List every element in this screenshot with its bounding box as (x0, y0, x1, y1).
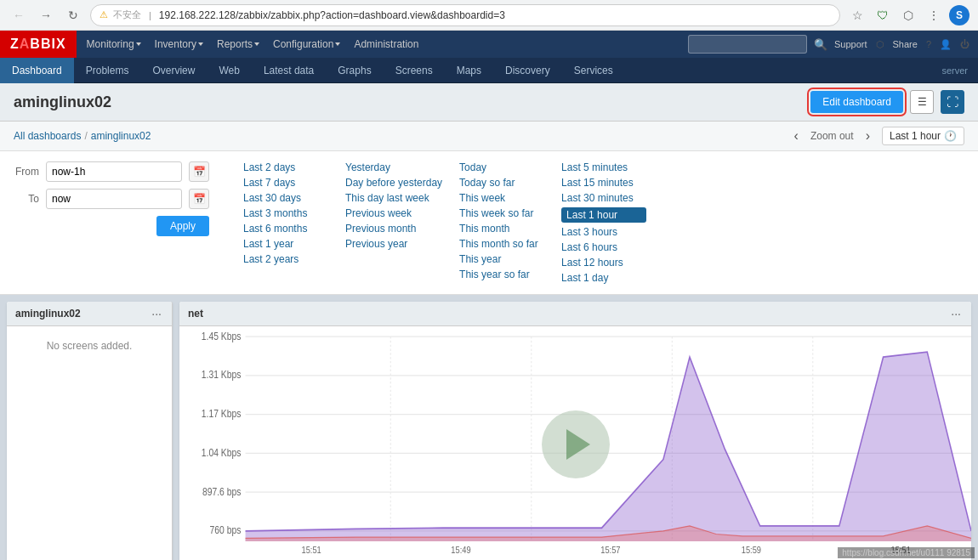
zoom-out-label: Zoom out (810, 130, 854, 142)
clock-icon[interactable]: 🕐 (944, 130, 957, 142)
svg-text:15:51: 15:51 (302, 546, 322, 556)
breadcrumb-all-dashboards[interactable]: All dashboards (14, 130, 81, 142)
page-title: aminglinux02 (14, 93, 810, 111)
quick-last-5-min[interactable]: Last 5 minutes (561, 161, 646, 173)
nav-discovery[interactable]: Discovery (493, 58, 562, 83)
nav-inventory[interactable]: Inventory (145, 31, 207, 58)
nav-screens[interactable]: Screens (384, 58, 445, 83)
search-icon[interactable]: 🔍 (814, 38, 827, 51)
bookmark-button[interactable]: ☆ (847, 5, 867, 25)
quick-last-1-day[interactable]: Last 1 day (561, 272, 646, 284)
svg-text:15:59: 15:59 (742, 546, 762, 556)
quick-day-before-yesterday[interactable]: Day before yesterday (345, 177, 442, 189)
quick-last-1-year[interactable]: Last 1 year (243, 238, 328, 250)
from-field: From 📅 (14, 161, 209, 182)
quick-this-day-last-week[interactable]: This day last week (345, 192, 442, 204)
sidebar-widget: aminglinux02 ··· No screens added. (7, 302, 173, 560)
quick-yesterday[interactable]: Yesterday (345, 161, 442, 173)
quick-last-3-hours[interactable]: Last 3 hours (561, 226, 646, 238)
zoom-controls: ‹ Zoom out › Last 1 hour 🕐 (789, 127, 964, 145)
time-display: Last 1 hour 🕐 (882, 127, 964, 145)
time-display-text: Last 1 hour (890, 130, 941, 142)
quick-today[interactable]: Today (459, 161, 544, 173)
quick-this-month-so-far[interactable]: This month so far (459, 238, 544, 250)
quick-last-2-years[interactable]: Last 2 years (243, 253, 328, 265)
svg-text:15:49: 15:49 (451, 546, 471, 556)
nav-latest-data[interactable]: Latest data (252, 58, 326, 83)
quick-this-month[interactable]: This month (459, 223, 544, 235)
nav-administration[interactable]: Administration (344, 31, 429, 58)
quick-select-col-4: Last 5 minutes Last 15 minutes Last 30 m… (561, 161, 646, 284)
quick-select-col-3: Today Today so far This week This week s… (459, 161, 544, 284)
url-text: 192.168.222.128/zabbix/zabbix.php?action… (159, 9, 505, 21)
widget-menu-button[interactable]: ··· (150, 307, 163, 320)
quick-last-7-days[interactable]: Last 7 days (243, 177, 328, 189)
play-button[interactable] (542, 410, 610, 478)
topbar-nav: Monitoring Inventory Reports Configurati… (77, 31, 429, 58)
zoom-next-button[interactable]: › (861, 127, 875, 145)
quick-last-3-months[interactable]: Last 3 months (243, 207, 328, 219)
nav-monitoring[interactable]: Monitoring (77, 31, 145, 58)
quick-today-so-far[interactable]: Today so far (459, 177, 544, 189)
apply-button[interactable]: Apply (156, 216, 209, 236)
svg-text:1.31 Kbps: 1.31 Kbps (202, 370, 242, 381)
nav-reports[interactable]: Reports (207, 31, 263, 58)
nav-problems[interactable]: Problems (74, 58, 141, 83)
quick-this-year[interactable]: This year (459, 253, 544, 265)
to-input[interactable] (46, 189, 182, 209)
forward-button[interactable]: → (36, 5, 56, 25)
more-button[interactable]: ⋮ (924, 5, 944, 25)
fullscreen-button[interactable]: ⛶ (941, 90, 964, 114)
chart-title: net (188, 308, 949, 320)
breadcrumb-current[interactable]: aminglinux02 (91, 130, 151, 142)
to-calendar-button[interactable]: 📅 (189, 189, 209, 209)
security-icon: ⚠ (100, 9, 108, 20)
url-bar[interactable]: ⚠ 不安全 | 192.168.222.128/zabbix/zabbix.ph… (90, 4, 840, 26)
widget-empty-label: No screens added. (47, 340, 133, 352)
nav-maps[interactable]: Maps (445, 58, 493, 83)
nav-web[interactable]: Web (207, 58, 251, 83)
nav-services[interactable]: Services (562, 58, 625, 83)
quick-last-6-hours[interactable]: Last 6 hours (561, 241, 646, 253)
topbar-search[interactable] (688, 35, 807, 54)
quick-this-week[interactable]: This week (459, 192, 544, 204)
from-input[interactable] (46, 161, 182, 182)
quick-last-2-days[interactable]: Last 2 days (243, 161, 328, 173)
back-button[interactable]: ← (9, 5, 29, 25)
quick-this-week-so-far[interactable]: This week so far (459, 207, 544, 219)
chart-body: 1.45 Kbps 1.31 Kbps 1.17 Kbps 1.04 Kbps … (179, 326, 971, 560)
quick-last-12-hours[interactable]: Last 12 hours (561, 257, 646, 269)
quick-previous-year[interactable]: Previous year (345, 238, 442, 250)
zoom-prev-button[interactable]: ‹ (789, 127, 804, 145)
from-calendar-button[interactable]: 📅 (189, 161, 209, 182)
nav-dashboard[interactable]: Dashboard (0, 58, 74, 83)
quick-last-30-days[interactable]: Last 30 days (243, 192, 328, 204)
support-link[interactable]: Support (834, 39, 867, 49)
list-view-button[interactable]: ☰ (910, 90, 934, 114)
svg-text:1.17 Kbps: 1.17 Kbps (202, 408, 242, 419)
zabbix-logo[interactable]: ZABBIX (0, 31, 77, 58)
time-picker-panel: From 📅 To 📅 Apply Last 2 days Last 7 day… (0, 151, 978, 295)
quick-previous-month[interactable]: Previous month (345, 223, 442, 235)
widget-header: aminglinux02 ··· (7, 302, 172, 326)
chart-header: net ··· (179, 302, 971, 326)
quick-previous-week[interactable]: Previous week (345, 207, 442, 219)
nav-overview[interactable]: Overview (140, 58, 207, 83)
share-link[interactable]: Share (893, 39, 918, 49)
quick-last-1-hour[interactable]: Last 1 hour (561, 207, 646, 223)
edit-dashboard-button[interactable]: Edit dashboard (810, 91, 903, 113)
quick-selects: Last 2 days Last 7 days Last 30 days Las… (243, 161, 964, 284)
quick-last-6-months[interactable]: Last 6 months (243, 223, 328, 235)
shield-button[interactable]: 🛡 (873, 5, 893, 25)
reload-button[interactable]: ↻ (63, 5, 83, 25)
nav-configuration[interactable]: Configuration (263, 31, 344, 58)
profile-avatar[interactable]: S (949, 5, 969, 25)
chart-menu-button[interactable]: ··· (949, 307, 963, 320)
quick-last-30-min[interactable]: Last 30 minutes (561, 192, 646, 204)
security-label: 不安全 (113, 8, 141, 21)
quick-this-year-so-far[interactable]: This year so far (459, 269, 544, 280)
extensions-button[interactable]: ⬡ (898, 5, 918, 25)
nav-graphs[interactable]: Graphs (326, 58, 383, 83)
quick-last-15-min[interactable]: Last 15 minutes (561, 177, 646, 189)
svg-text:1.04 Kbps: 1.04 Kbps (202, 447, 242, 458)
